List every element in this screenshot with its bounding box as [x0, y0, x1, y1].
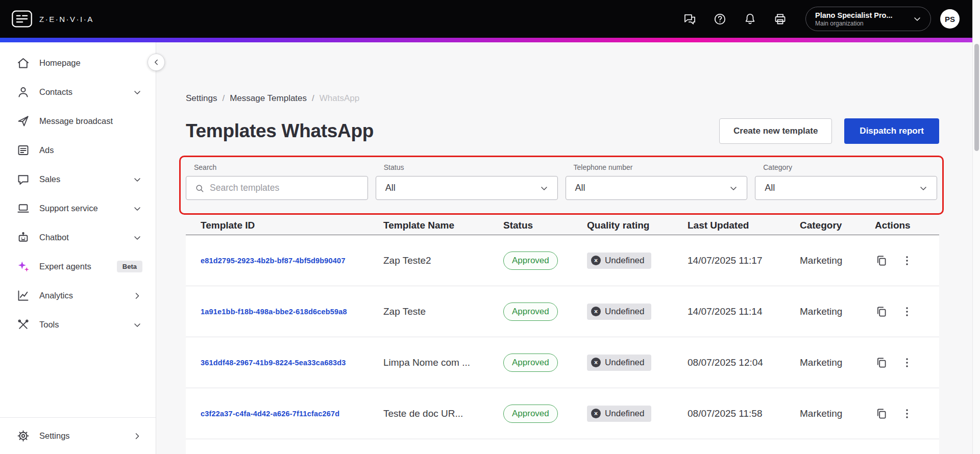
quality-rating-badge: × Undefined [587, 406, 651, 422]
table-row-partial [186, 439, 939, 454]
kebab-menu-icon[interactable] [900, 407, 914, 420]
sidebar-collapse-button[interactable] [148, 54, 165, 71]
chevron-right-icon [132, 431, 142, 441]
x-circle-icon: × [591, 358, 601, 367]
send-icon [16, 114, 30, 128]
status-badge: Approved [503, 405, 558, 423]
template-id-link[interactable]: 1a91e1bb-f18b-498a-bbe2-618d6ceb59a8 [201, 308, 347, 316]
breadcrumb-separator: / [222, 93, 225, 104]
status-select-value: All [385, 183, 396, 193]
sidebar-item-label: Settings [39, 431, 70, 441]
template-id-link[interactable]: e81d2795-2923-4b2b-bf87-4bf5d9b90407 [201, 257, 346, 265]
chat-icon [16, 172, 30, 186]
sparkles-icon [16, 260, 30, 273]
template-name-cell: Limpa Nome com ... [383, 357, 503, 368]
col-actions: Actions [875, 220, 939, 231]
user-avatar[interactable]: PS [940, 9, 960, 29]
laptop-icon [16, 201, 30, 215]
chevron-down-icon [132, 87, 142, 97]
quality-rating-badge: × Undefined [587, 304, 651, 320]
category-select[interactable]: All [755, 176, 937, 200]
chevron-down-icon [132, 174, 142, 185]
copy-icon[interactable] [875, 305, 888, 318]
sidebar-item-label: Message broadcast [39, 116, 113, 126]
sidebar-nav: Homepage Contacts Message broadcast Ads … [0, 42, 156, 339]
sidebar-item-analytics[interactable]: Analytics [0, 281, 156, 310]
template-name-cell: Zap Teste2 [383, 255, 503, 266]
col-status: Status [503, 220, 587, 231]
sidebar-item-tools[interactable]: Tools [0, 310, 156, 339]
category-label: Category [763, 163, 937, 172]
organization-selector[interactable]: Plano Specialist Pro... Main organizatio… [805, 7, 931, 31]
help-icon[interactable] [713, 12, 727, 26]
sidebar-item-ads[interactable]: Ads [0, 136, 156, 165]
sidebar-item-settings[interactable]: Settings [0, 417, 156, 454]
table-row: c3f22a37-c4fa-4d42-a626-7f11cfac267d Tes… [186, 388, 939, 439]
scrollbar-thumb[interactable] [974, 44, 979, 151]
quality-rating-badge: × Undefined [587, 253, 651, 269]
sidebar-item-support-service[interactable]: Support service [0, 194, 156, 223]
sidebar-item-chatbot[interactable]: Chatbot [0, 223, 156, 252]
breadcrumb-settings[interactable]: Settings [186, 93, 217, 104]
status-badge: Approved [503, 251, 558, 270]
col-category: Category [800, 220, 875, 231]
search-label: Search [194, 163, 368, 172]
copy-icon[interactable] [875, 356, 888, 369]
last-updated-cell: 08/07/2025 11:58 [688, 408, 800, 419]
sidebar-item-expert-agents[interactable]: Expert agents Beta [0, 252, 156, 281]
x-circle-icon: × [591, 409, 601, 418]
print-icon[interactable] [773, 12, 787, 26]
sidebar-item-label: Ads [39, 145, 54, 155]
page-title: Templates WhatsApp [186, 120, 374, 142]
last-updated-cell: 08/07/2025 12:04 [688, 357, 800, 368]
notifications-bell-icon[interactable] [743, 12, 757, 26]
chevron-right-icon [132, 291, 142, 301]
chevron-down-icon [728, 183, 739, 193]
sidebar-item-sales[interactable]: Sales [0, 165, 156, 194]
breadcrumb-message-templates[interactable]: Message Templates [230, 93, 307, 104]
telephone-number-select[interactable]: All [566, 176, 748, 200]
home-icon [16, 56, 30, 70]
sidebar-item-label: Analytics [39, 291, 73, 300]
kebab-menu-icon[interactable] [900, 305, 914, 318]
create-template-button[interactable]: Create new template [719, 118, 832, 144]
conversations-icon[interactable] [683, 12, 697, 26]
dispatch-report-button[interactable]: Dispatch report [844, 118, 939, 144]
table-row: 1a91e1bb-f18b-498a-bbe2-618d6ceb59a8 Zap… [186, 286, 939, 337]
sidebar-item-label: Tools [39, 320, 59, 330]
category-cell: Marketing [800, 255, 875, 266]
tools-icon [16, 318, 30, 332]
filter-category: Category All [755, 163, 937, 200]
copy-icon[interactable] [875, 407, 888, 420]
search-input[interactable] [210, 183, 368, 193]
quality-rating-badge: × Undefined [587, 355, 651, 371]
table-body: e81d2795-2923-4b2b-bf87-4bf5d9b90407 Zap… [186, 235, 939, 439]
template-id-link[interactable]: c3f22a37-c4fa-4d42-a626-7f11cfac267d [201, 410, 339, 418]
zenvia-logo[interactable]: Z·E·N·V·I·A [11, 10, 94, 28]
kebab-menu-icon[interactable] [900, 356, 914, 369]
status-select[interactable]: All [376, 176, 558, 200]
breadcrumb-separator: / [312, 93, 314, 104]
brand-gradient-bar [0, 38, 980, 42]
copy-icon[interactable] [875, 254, 888, 267]
kebab-menu-icon[interactable] [900, 254, 914, 267]
sidebar-item-homepage[interactable]: Homepage [0, 48, 156, 78]
filter-status: Status All [376, 163, 558, 200]
ads-icon [16, 143, 30, 157]
title-actions: Create new template Dispatch report [719, 118, 939, 144]
chevron-down-icon [912, 14, 922, 24]
status-label: Status [384, 163, 558, 172]
filters-annotation-highlight-box: Search Status All Telephone number All [179, 156, 944, 215]
zenvia-logo-icon [11, 10, 33, 28]
sidebar-item-contacts[interactable]: Contacts [0, 78, 156, 107]
last-updated-cell: 14/07/2025 11:14 [688, 306, 800, 317]
sidebar-item-message-broadcast[interactable]: Message broadcast [0, 107, 156, 136]
category-cell: Marketing [800, 357, 875, 368]
template-id-link[interactable]: 361ddf48-2967-41b9-8224-5ea33ca683d3 [201, 359, 346, 367]
col-quality-rating: Quality rating [587, 220, 688, 231]
status-badge: Approved [503, 302, 558, 321]
page-scrollbar[interactable] [972, 0, 980, 454]
col-template-name: Template Name [383, 220, 503, 231]
col-last-updated: Last Updated [688, 220, 800, 231]
person-icon [16, 85, 30, 99]
